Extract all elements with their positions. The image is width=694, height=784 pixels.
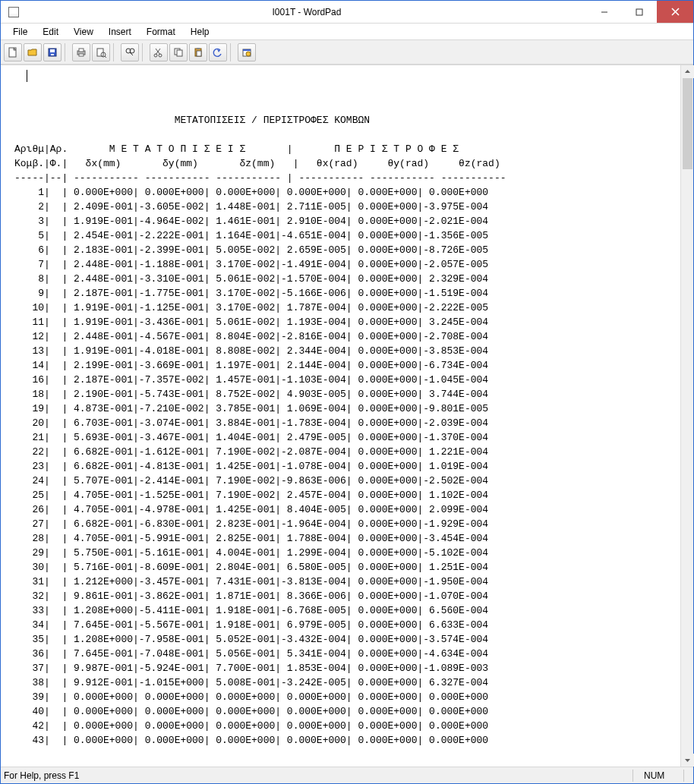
status-help-text: For Help, press F1 bbox=[4, 770, 626, 781]
svg-rect-22 bbox=[177, 50, 182, 56]
toolbar-separator bbox=[65, 43, 69, 61]
datetime-button[interactable] bbox=[238, 43, 256, 61]
text-document[interactable]: ΜΕΤΑΤΟΠΙΣΕΙΣ / ΠΕΡΙΣΤΡΟΦΕΣ ΚΟΜΒΩΝ Αριθμ|… bbox=[1, 65, 680, 767]
svg-rect-10 bbox=[79, 54, 84, 56]
menu-edit[interactable]: Edit bbox=[35, 25, 66, 39]
maximize-button[interactable] bbox=[622, 1, 657, 23]
status-separator bbox=[632, 770, 633, 782]
minimize-button[interactable] bbox=[587, 1, 622, 23]
svg-point-28 bbox=[246, 52, 251, 56]
find-button[interactable] bbox=[121, 43, 139, 61]
status-bar: For Help, press F1 NUM bbox=[1, 767, 693, 783]
svg-line-13 bbox=[105, 56, 106, 58]
text-caret bbox=[27, 70, 27, 82]
title-bar: I001T - WordPad bbox=[1, 1, 693, 24]
menu-insert[interactable]: Insert bbox=[101, 25, 139, 39]
menu-bar: File Edit View Insert Format Help bbox=[1, 24, 693, 40]
svg-rect-27 bbox=[243, 49, 251, 51]
save-button[interactable] bbox=[43, 43, 62, 61]
window-title: I001T - WordPad bbox=[27, 1, 587, 23]
print-preview-button[interactable] bbox=[92, 43, 110, 61]
paste-button[interactable] bbox=[189, 43, 207, 61]
open-button[interactable] bbox=[24, 43, 42, 61]
menu-view[interactable]: View bbox=[66, 25, 101, 39]
app-icon bbox=[1, 1, 27, 23]
svg-rect-1 bbox=[636, 9, 642, 15]
cut-button[interactable] bbox=[150, 43, 168, 61]
svg-rect-7 bbox=[51, 54, 54, 55]
copy-button[interactable] bbox=[169, 43, 188, 61]
new-button[interactable] bbox=[4, 43, 22, 61]
scroll-down-button[interactable] bbox=[681, 754, 694, 767]
svg-rect-6 bbox=[50, 49, 55, 52]
menu-format[interactable]: Format bbox=[139, 25, 183, 39]
toolbar-separator bbox=[142, 43, 147, 61]
toolbar-separator bbox=[230, 43, 235, 61]
status-separator bbox=[683, 770, 684, 782]
undo-button[interactable] bbox=[209, 43, 227, 61]
scroll-up-button[interactable] bbox=[681, 65, 694, 78]
status-numlock: NUM bbox=[639, 770, 677, 781]
toolbar bbox=[1, 40, 693, 65]
menu-file[interactable]: File bbox=[5, 25, 35, 39]
svg-rect-24 bbox=[197, 48, 200, 49]
app-window: I001T - WordPad File Edit View Insert Fo… bbox=[0, 0, 694, 784]
menu-help[interactable]: Help bbox=[183, 25, 217, 39]
svg-rect-25 bbox=[197, 51, 201, 56]
vertical-scrollbar[interactable] bbox=[680, 65, 693, 767]
toolbar-separator bbox=[113, 43, 118, 61]
document-area: ΜΕΤΑΤΟΠΙΣΕΙΣ / ΠΕΡΙΣΤΡΟΦΕΣ ΚΟΜΒΩΝ Αριθμ|… bbox=[1, 65, 693, 767]
window-controls bbox=[587, 1, 693, 23]
print-button[interactable] bbox=[72, 43, 90, 61]
document-text: ΜΕΤΑΤΟΠΙΣΕΙΣ / ΠΕΡΙΣΤΡΟΦΕΣ ΚΟΜΒΩΝ Αριθμ|… bbox=[14, 113, 680, 748]
svg-rect-9 bbox=[79, 49, 84, 52]
close-button[interactable] bbox=[657, 1, 693, 23]
scroll-thumb[interactable] bbox=[683, 78, 692, 169]
